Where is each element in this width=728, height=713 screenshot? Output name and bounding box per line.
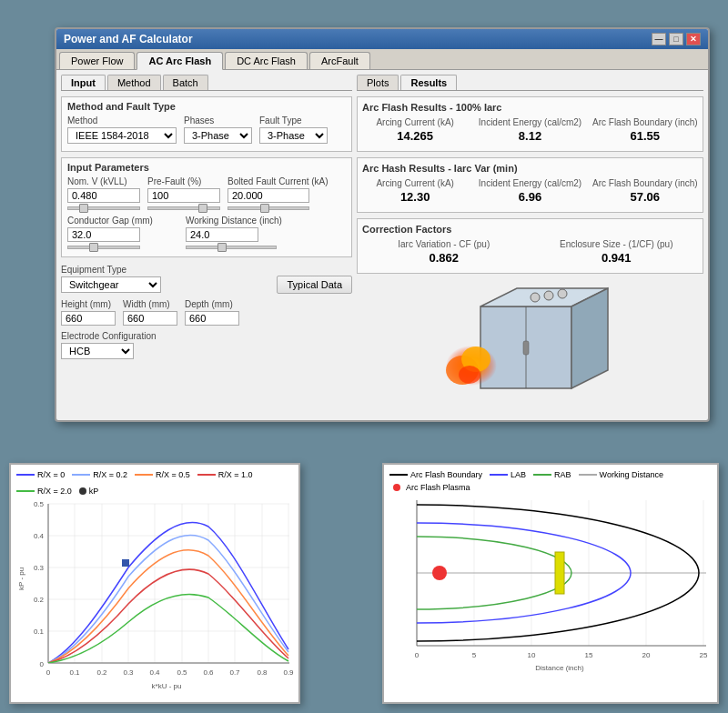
left-panel: Input Method Batch Method and Fault Type… — [61, 75, 352, 416]
dimensions-row: Height (mm) Width (mm) Depth (mm) — [61, 299, 352, 326]
legend-arc-boundary-line — [389, 474, 408, 476]
enclosure-col: Enclosure Size - (1/CF) (pu) 0.941 — [535, 239, 699, 265]
tab-method[interactable]: Method — [107, 75, 161, 90]
equipment-select[interactable]: Switchgear — [61, 276, 161, 293]
nom-v-row: Nom. V (kVLL) Pre-Fault (%) — [67, 176, 346, 210]
legend-plasma-dot — [393, 484, 400, 491]
iarc-var-col: Iarc Variation - CF (pu) 0.862 — [362, 239, 526, 265]
svg-point-9 — [531, 293, 540, 302]
maximize-button[interactable]: □ — [669, 33, 683, 45]
bolted-input[interactable] — [228, 188, 309, 203]
legend-rx20-line — [16, 490, 35, 492]
typical-data-button[interactable]: Typical Data — [277, 276, 352, 294]
tab-ac-arc-flash[interactable]: AC Arc Flash — [136, 52, 223, 70]
electrode-select[interactable]: HCB — [61, 343, 134, 359]
nom-v-slider-thumb[interactable] — [79, 204, 88, 213]
depth-input[interactable] — [185, 311, 239, 326]
svg-text:kP - pu: kP - pu — [17, 567, 25, 590]
conductor-label: Conductor Gap (mm) — [67, 216, 153, 226]
svg-text:0.8: 0.8 — [257, 668, 268, 677]
conductor-input[interactable] — [67, 227, 140, 242]
height-col: Height (mm) — [61, 299, 116, 326]
working-dist-input[interactable] — [186, 227, 258, 242]
pre-fault-label: Pre-Fault (%) — [147, 176, 220, 186]
fault-type-select[interactable]: 3-Phase — [259, 127, 328, 144]
conductor-slider-thumb[interactable] — [89, 243, 98, 252]
legend-arc-plasma: Arc Flash Plasma — [393, 483, 712, 492]
iarc-var-value: 0.862 — [429, 251, 459, 265]
nom-v-input[interactable] — [67, 188, 140, 203]
legend-rx05-label: R/X = 0.5 — [156, 470, 190, 479]
right-tab-bar: Plots Results — [357, 75, 703, 91]
conductor-slider-track[interactable] — [67, 246, 140, 249]
correction-title: Correction Factors — [362, 224, 698, 235]
legend-kp-label: kP — [89, 487, 99, 496]
svg-text:0.7: 0.7 — [229, 668, 240, 677]
fault-type-col: Fault Type 3-Phase — [259, 115, 328, 144]
svg-point-10 — [544, 291, 553, 300]
pre-fault-slider-track[interactable] — [147, 206, 220, 210]
minimize-button[interactable]: — — [652, 33, 666, 45]
legend-rab-line — [533, 474, 551, 476]
legend-rab: RAB — [533, 470, 571, 479]
kp-marker — [122, 559, 129, 567]
close-button[interactable]: ✕ — [686, 33, 701, 45]
tab-batch[interactable]: Batch — [163, 75, 208, 90]
working-dist-slider-track[interactable] — [186, 246, 277, 249]
nom-v-slider-track[interactable] — [67, 206, 140, 210]
svg-rect-4 — [523, 341, 529, 355]
svg-point-8 — [459, 366, 480, 384]
bolted-label: Bolted Fault Current (kA) — [228, 176, 329, 186]
sub-tab-bar: Input Method Batch — [61, 75, 352, 91]
arcing-current-100-label: Arcing Current (kA) — [376, 117, 454, 127]
legend-lab-line — [490, 474, 508, 476]
pre-fault-input[interactable] — [147, 188, 220, 203]
bolted-slider-track[interactable] — [228, 206, 309, 210]
tab-power-flow[interactable]: Power Flow — [59, 52, 135, 69]
bolted-slider-thumb[interactable] — [260, 204, 269, 213]
legend-rx02-line — [72, 474, 90, 476]
equipment-col: Equipment Type Switchgear — [61, 265, 161, 293]
arcing-current-var-label: Arcing Current (kA) — [376, 178, 454, 188]
svg-text:0.2: 0.2 — [96, 668, 107, 677]
kp-chart-panel: R/X = 0 R/X = 0.2 R/X = 0.5 R/X = 1.0 R/… — [9, 463, 300, 704]
conductor-row: Conductor Gap (mm) Working Distance (inc… — [67, 216, 346, 249]
incident-energy-var-col: Incident Energy (cal/cm2) 6.96 — [477, 178, 582, 204]
svg-text:0: 0 — [40, 660, 45, 668]
title-bar-controls: — □ ✕ — [652, 33, 701, 45]
boundary-var-value: 57.06 — [631, 190, 661, 204]
tab-arcfault[interactable]: ArcFault — [309, 52, 370, 69]
legend-rx02-label: R/X = 0.2 — [93, 470, 127, 479]
boundary-var-label: Arc Flash Boundary (inch) — [592, 178, 698, 188]
boundary-var-col: Arc Flash Boundary (inch) 57.06 — [592, 178, 698, 204]
working-distance-bar — [555, 552, 564, 594]
pre-fault-slider-thumb[interactable] — [198, 204, 207, 213]
svg-marker-2 — [571, 288, 608, 388]
width-col: Width (mm) — [123, 299, 177, 326]
svg-point-11 — [558, 289, 567, 298]
electrode-col: Electrode Configuration HCB — [61, 331, 352, 359]
height-input[interactable] — [61, 311, 116, 326]
width-input[interactable] — [123, 311, 177, 326]
tab-results[interactable]: Results — [400, 75, 457, 90]
boundary-100-label: Arc Flash Boundary (inch) — [592, 117, 698, 127]
legend-rx10-line — [197, 474, 216, 476]
working-dist-slider-thumb[interactable] — [217, 243, 227, 252]
tab-plots[interactable]: Plots — [357, 75, 399, 90]
kp-chart-svg: 0 0.1 0.2 0.3 0.4 0.5 0 0.1 0.2 0.3 0.4 … — [16, 499, 297, 695]
depth-label: Depth (mm) — [185, 299, 239, 309]
svg-text:15: 15 — [585, 651, 593, 659]
legend-plasma-label: Arc Flash Plasma — [406, 483, 470, 492]
tab-dc-arc-flash[interactable]: DC Arc Flash — [225, 52, 308, 69]
method-select[interactable]: IEEE 1584-2018 — [67, 127, 177, 144]
svg-text:25: 25 — [700, 651, 708, 659]
phases-select[interactable]: 3-Phase — [184, 127, 252, 144]
conductor-col: Conductor Gap (mm) — [67, 216, 153, 249]
phases-label: Phases — [184, 115, 252, 126]
boundary-100-value: 61.55 — [631, 129, 661, 143]
nom-v-label: Nom. V (kVLL) — [67, 176, 140, 186]
tab-input[interactable]: Input — [61, 75, 106, 90]
enclosure-value: 0.941 — [602, 251, 632, 265]
svg-text:0.6: 0.6 — [203, 668, 214, 677]
legend-rx10: R/X = 1.0 — [197, 470, 253, 479]
